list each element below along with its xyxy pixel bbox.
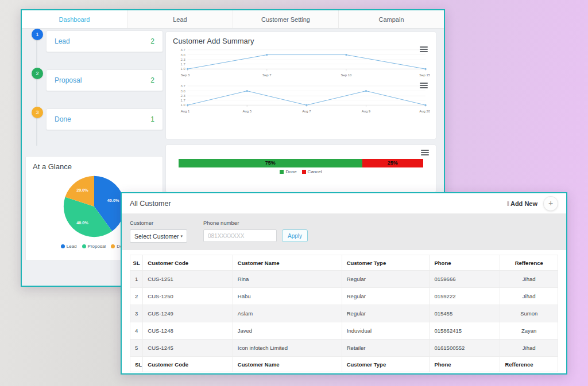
cell-phone: 0159222 bbox=[430, 288, 500, 305]
add-new-label: Add New bbox=[510, 200, 537, 207]
cell-sl: 2 bbox=[130, 288, 143, 305]
cell-customer-type: Retailer bbox=[342, 340, 430, 357]
bars-icon: ‖ bbox=[506, 200, 509, 207]
legend-item-proposal: Proposal bbox=[82, 244, 106, 249]
svg-text:Aug 7: Aug 7 bbox=[302, 110, 311, 113]
chart-menu-icon[interactable] bbox=[420, 83, 428, 88]
step-count: 2 bbox=[150, 76, 154, 84]
svg-text:2.3: 2.3 bbox=[181, 94, 186, 98]
customer-table: SLCustomer CodeCustomer NameCustomer Typ… bbox=[130, 255, 558, 372]
pipeline-card-lead[interactable]: 1Lead2 bbox=[46, 30, 163, 52]
apply-button[interactable]: Apply bbox=[282, 229, 308, 242]
tab-bar: DashboardLeadCustomer SettingCampain bbox=[22, 10, 444, 29]
cell-sl: 5 bbox=[130, 340, 143, 357]
cell-customer-name: Habu bbox=[233, 288, 342, 305]
cell-sl: 3 bbox=[130, 305, 143, 322]
cell-refference: Jihad bbox=[500, 271, 558, 288]
pie-chart: 40.0%40.0%20.0% bbox=[61, 173, 127, 240]
footer-sl: SL bbox=[130, 357, 143, 372]
customer-filter-label: Customer bbox=[130, 220, 187, 226]
svg-text:1.0: 1.0 bbox=[181, 103, 186, 107]
cell-customer-name: Aslam bbox=[233, 305, 342, 322]
svg-text:2.3: 2.3 bbox=[181, 58, 186, 61]
progress-segment-cancel: 25% bbox=[362, 159, 424, 167]
cell-customer-code: CUS-1248 bbox=[143, 322, 233, 340]
table-row[interactable]: 3CUS-1249AslamRegular015455Sumon bbox=[130, 305, 558, 322]
table-row[interactable]: 4CUS-1248JavedInduvidual015862415Zayan bbox=[130, 322, 558, 340]
svg-text:3.0: 3.0 bbox=[181, 53, 186, 57]
customer-table-wrap: SLCustomer CodeCustomer NameCustomer Typ… bbox=[122, 250, 566, 372]
done-cancel-panel: 75%25% DoneCancel bbox=[165, 145, 436, 193]
tab-dashboard[interactable]: Dashboard bbox=[22, 10, 127, 28]
cell-refference: Jihad bbox=[500, 288, 558, 305]
footer-customer-type: Customer Type bbox=[342, 357, 430, 372]
svg-text:1.7: 1.7 bbox=[181, 99, 185, 102]
customer-select[interactable]: Select Customer ▾ bbox=[130, 229, 187, 243]
cell-customer-type: Regular bbox=[342, 288, 430, 305]
legend-swatch bbox=[302, 170, 306, 174]
svg-text:3.0: 3.0 bbox=[181, 89, 186, 93]
legend-swatch bbox=[82, 244, 86, 248]
customer-filter-group: Customer Select Customer ▾ bbox=[130, 220, 187, 243]
column-header-phone: Phone bbox=[430, 255, 500, 271]
svg-text:Aug 20: Aug 20 bbox=[419, 110, 430, 113]
add-new[interactable]: ‖ Add New + bbox=[506, 196, 558, 211]
step-badge: 2 bbox=[32, 68, 43, 79]
svg-text:Sep 7: Sep 7 bbox=[262, 73, 271, 77]
tab-customer-setting[interactable]: Customer Setting bbox=[233, 10, 339, 28]
cell-customer-type: Induvidual bbox=[342, 322, 430, 340]
svg-text:20.0%: 20.0% bbox=[76, 188, 88, 193]
customer-select-value: Select Customer bbox=[134, 233, 179, 240]
chart-menu-icon[interactable] bbox=[420, 46, 428, 52]
footer-customer-code: Customer Code bbox=[143, 357, 233, 372]
cell-customer-type: Regular bbox=[342, 305, 430, 322]
table-row[interactable]: 5CUS-1245Icon infotech LimitedRetailer01… bbox=[130, 340, 558, 357]
footer-refference: Refference bbox=[500, 357, 558, 372]
table-header: SLCustomer CodeCustomer NameCustomer Typ… bbox=[130, 255, 558, 271]
filter-bar: Customer Select Customer ▾ Phone number … bbox=[122, 214, 566, 250]
chart-menu-icon[interactable] bbox=[421, 150, 429, 155]
svg-text:40.0%: 40.0% bbox=[107, 198, 119, 203]
cell-customer-name: Icon infotech Limited bbox=[233, 340, 342, 357]
customer-add-summary-panel: Customer Add Summary 3.73.02.31.71.0Sep … bbox=[165, 32, 436, 139]
column-header-customer-name: Customer Name bbox=[233, 255, 342, 271]
svg-text:Aug 1: Aug 1 bbox=[181, 110, 189, 113]
step-label: Lead bbox=[55, 37, 70, 45]
cell-sl: 1 bbox=[130, 271, 143, 288]
add-new-plus-button[interactable]: + bbox=[543, 196, 558, 211]
line-chart-block-september: 3.73.02.31.71.0Sep 3Sep 7Sep 10Sep 15 bbox=[173, 46, 429, 78]
column-header-sl: SL bbox=[130, 255, 143, 271]
cell-customer-code: CUS-1251 bbox=[143, 271, 233, 288]
all-customer-window: All Customer ‖ Add New + Customer Select… bbox=[121, 192, 567, 375]
cell-customer-name: Javed bbox=[233, 322, 342, 340]
phone-filter-label: Phone number bbox=[203, 220, 308, 226]
tab-campain[interactable]: Campain bbox=[339, 10, 444, 28]
legend-label: Cancel bbox=[308, 169, 322, 174]
legend-swatch bbox=[111, 244, 115, 248]
cell-refference: Jihad bbox=[500, 340, 558, 357]
svg-text:Aug 5: Aug 5 bbox=[243, 110, 252, 113]
svg-text:1.0: 1.0 bbox=[181, 67, 186, 71]
step-badge: 3 bbox=[32, 107, 43, 118]
chevron-down-icon: ▾ bbox=[180, 234, 183, 239]
tab-lead[interactable]: Lead bbox=[127, 10, 233, 28]
table-row[interactable]: 2CUS-1250HabuRegular0159222Jihad bbox=[130, 288, 558, 305]
cell-customer-code: CUS-1245 bbox=[143, 340, 233, 357]
phone-input[interactable] bbox=[203, 229, 277, 242]
cell-phone: 015455 bbox=[430, 305, 500, 322]
charts-column: Customer Add Summary 3.73.02.31.71.0Sep … bbox=[165, 32, 436, 193]
legend-swatch bbox=[280, 170, 284, 174]
all-customer-title: All Customer bbox=[130, 200, 171, 208]
svg-text:3.7: 3.7 bbox=[181, 48, 185, 52]
column-header-customer-type: Customer Type bbox=[342, 255, 430, 271]
table-body: 1CUS-1251RinaRegular0159666Jihad2CUS-125… bbox=[130, 271, 558, 357]
table-row[interactable]: 1CUS-1251RinaRegular0159666Jihad bbox=[130, 271, 558, 288]
line-chart-september: 3.73.02.31.71.0Sep 3Sep 7Sep 10Sep 15 bbox=[173, 46, 430, 78]
legend-label: Lead bbox=[67, 244, 77, 249]
step-count: 1 bbox=[150, 115, 154, 123]
pipeline-card-done[interactable]: 3Done1 bbox=[46, 108, 163, 130]
cell-customer-type: Regular bbox=[342, 271, 430, 288]
pipeline-card-proposal[interactable]: 2Proposal2 bbox=[46, 69, 163, 91]
cell-refference: Zayan bbox=[500, 322, 558, 340]
legend-item-lead: Lead bbox=[61, 244, 77, 249]
